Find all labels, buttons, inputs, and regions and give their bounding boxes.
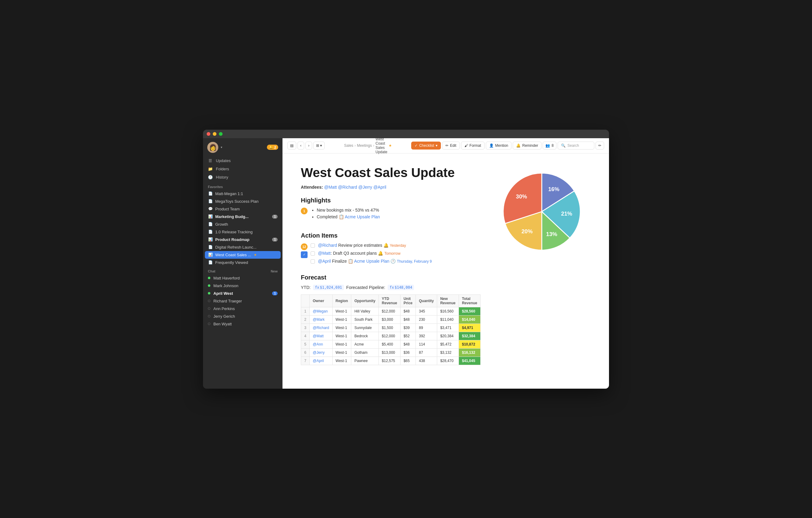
attendee-richard[interactable]: @Richard	[338, 185, 357, 190]
highlight-item-2: Completed 📋 Acme Upsale Plan	[317, 214, 380, 219]
table-row: 6 @Jerry West-1 Gotham $13,000 $36 87 $3…	[301, 348, 481, 356]
attendees-line: Attendees: @Matt @Richard @Jerry @April	[301, 185, 481, 190]
view-toggle-button[interactable]: ⊞ ▾	[313, 142, 325, 149]
sidebar-item-frequently[interactable]: 📄 Frequently Viewed	[203, 259, 283, 266]
format-icon: 🖌	[464, 143, 468, 148]
chat-label: Chat	[208, 269, 215, 273]
cell-ytd: $13,000	[378, 348, 400, 356]
format-label: Format	[470, 143, 481, 148]
chat-new-label[interactable]: New	[270, 269, 278, 273]
sidebar-item-megatoys[interactable]: 📄 MegaToys Success Plan	[203, 198, 283, 205]
compose-button[interactable]: ✏	[596, 142, 604, 149]
th-total: Total Revenue	[459, 294, 480, 307]
sidebar-item-matt-megan[interactable]: 📄 Matt-Megan 1:1	[203, 190, 283, 198]
chat-item-mark[interactable]: Mark Johnson	[203, 282, 283, 290]
sidebar-item-folders[interactable]: 📁 Folders	[203, 165, 283, 173]
sidebar-item-west-coast[interactable]: 📊 West Coast Sales ... ★	[205, 251, 281, 259]
reminder-button[interactable]: 🔔 Reminder	[513, 142, 542, 149]
chat-item-matt[interactable]: Matt Haverford	[203, 274, 283, 282]
back-icon: ‹	[300, 143, 301, 148]
cell-owner[interactable]: @April	[310, 356, 332, 365]
th-owner: Owner	[310, 294, 332, 307]
sidebar-item-marketing[interactable]: 📊 Marketing Budg... 1	[203, 213, 283, 221]
chat-name: Richard Traeger	[213, 299, 242, 303]
sidebar-toggle-button[interactable]: ▤	[287, 142, 296, 149]
sheet-icon: 📊	[208, 253, 213, 257]
sidebar-item-updates[interactable]: ☰ Updates	[203, 156, 283, 165]
cell-owner[interactable]: @Ann	[310, 340, 332, 348]
online-indicator	[208, 277, 210, 279]
sidebar-item-growth[interactable]: 📄 Growth	[203, 221, 283, 228]
sidebar-item-release[interactable]: 📄 1.0 Release Tracking	[203, 228, 283, 236]
attendee-jerry[interactable]: @Jerry	[358, 185, 372, 190]
breadcrumb-star-icon[interactable]: ★	[388, 143, 392, 148]
forward-icon: ›	[308, 143, 310, 148]
action-assignee-2[interactable]: @Matt	[318, 251, 330, 256]
forward-button[interactable]: ›	[306, 142, 312, 149]
updates-icon: ☰	[208, 159, 213, 163]
chat-item-richard[interactable]: Richard Traeger	[203, 297, 283, 305]
mention-button[interactable]: 👤 Mention	[486, 142, 512, 149]
cell-unit: $39	[400, 323, 415, 332]
highlights-list: New bookings mix - 53% vs 47% Completed …	[317, 208, 380, 221]
cell-unit: $48	[400, 315, 415, 323]
chat-item-ben[interactable]: Ben Wyatt	[203, 320, 283, 328]
sidebar-item-product-team[interactable]: 💬 Product Team	[203, 205, 283, 213]
ytd-label: YTD:	[301, 285, 311, 290]
people-button[interactable]: 👥 8	[543, 142, 556, 149]
chat-item-april[interactable]: April West 1	[203, 290, 283, 297]
search-box[interactable]: 🔍 Search	[558, 142, 594, 149]
cell-region: West-1	[332, 323, 351, 332]
cell-owner[interactable]: @Richard	[310, 323, 332, 332]
maximize-button[interactable]	[219, 132, 223, 136]
chat-item-jerry[interactable]: Jerry Gerich	[203, 313, 283, 320]
sidebar-item-history[interactable]: 🕐 History	[203, 173, 283, 181]
checkbox-3[interactable]	[311, 259, 315, 264]
action-assignee-3[interactable]: @April	[318, 259, 331, 264]
edit-button[interactable]: ✏ Edit	[442, 142, 460, 149]
attendee-april[interactable]: @April	[373, 185, 386, 190]
breadcrumb-meetings[interactable]: Meetings	[357, 143, 372, 148]
attendee-matt[interactable]: @Matt	[324, 185, 337, 190]
people-count: 8	[552, 143, 554, 148]
cell-owner[interactable]: @Megan	[310, 307, 332, 315]
chat-name: Mark Johnson	[213, 284, 238, 288]
cell-opportunity: Bedrock	[351, 332, 379, 340]
close-button[interactable]	[207, 132, 210, 136]
cell-region: West-1	[332, 340, 351, 348]
user-menu-chevron[interactable]: ▾	[221, 146, 222, 149]
format-button[interactable]: 🖌 Format	[461, 142, 485, 149]
action-rows: @Richard Review price estimates 🔔 Yester…	[311, 243, 481, 267]
checklist-chevron: ▾	[436, 143, 437, 148]
action-check-badge[interactable]: ✓	[301, 251, 308, 258]
pie-chart-container: 16%21%13%20%30%	[493, 166, 591, 254]
checkbox-2[interactable]	[311, 251, 315, 256]
breadcrumb-sales[interactable]: Sales	[344, 143, 353, 148]
back-button[interactable]: ‹	[297, 142, 304, 149]
pie-label: 21%	[561, 210, 572, 217]
minimize-button[interactable]	[213, 132, 216, 136]
action-row-1: @Richard Review price estimates 🔔 Yester…	[311, 243, 481, 248]
cell-owner[interactable]: @Mark	[310, 315, 332, 323]
notification-badge[interactable]: 🔔 2	[267, 145, 278, 150]
star-icon: ★	[254, 253, 257, 257]
sidebar-item-digital-refresh[interactable]: 📄 Digital Refresh Launc...	[203, 243, 283, 251]
sidebar-item-roadmap[interactable]: 📊 Product Roadmap 1	[203, 236, 283, 243]
breadcrumb-current[interactable]: West Coast Sales Update	[375, 138, 387, 154]
cell-unit: $52	[400, 332, 415, 340]
chat-item-ann[interactable]: Ann Perkins	[203, 305, 283, 313]
cell-ytd: $12,000	[378, 332, 400, 340]
topbar: ▤ ‹ › ⊞ ▾ Sales › Mee	[283, 138, 609, 153]
mention-icon: 👤	[489, 143, 494, 148]
checklist-button[interactable]: ✓ Checklist ▾	[411, 142, 441, 149]
cell-owner[interactable]: @Matt	[310, 332, 332, 340]
cell-owner[interactable]: @Jerry	[310, 348, 332, 356]
sidebar: 👩 ▾ 🔔 2 ☰ Updates 📁 Folders	[203, 138, 283, 388]
acme-link-1[interactable]: Acme Upsale Plan	[345, 214, 380, 219]
action-assignee-1[interactable]: @Richard	[318, 243, 337, 248]
checkbox-1[interactable]	[311, 243, 315, 248]
pipeline-value: $148,004	[395, 285, 412, 290]
acme-link-2[interactable]: Acme Upsale Plan	[354, 259, 389, 264]
edit-label: Edit	[450, 143, 457, 148]
avatar[interactable]: 👩	[207, 142, 218, 153]
